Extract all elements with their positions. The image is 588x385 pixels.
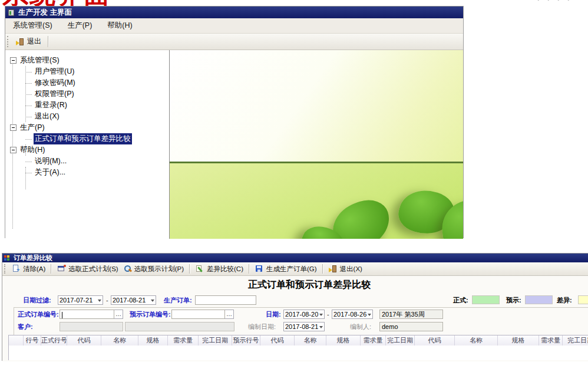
tree-node-permission-management[interactable]: 权限管理(P)	[5, 88, 169, 100]
app-form-icon	[8, 9, 15, 17]
generate-order-button[interactable]: 生成生产订单(G)	[253, 264, 319, 274]
grid-header-formal-finish-date[interactable]: 完工日期	[199, 335, 232, 345]
pick-formal-plan-button[interactable]: 选取正式计划(S)	[55, 264, 120, 274]
navigation-tree: 系统管理(S) 用户管理(U) 修改密码(M) 权限管理(P)	[5, 50, 169, 178]
grid-header-formal-qty[interactable]: 需求量	[168, 335, 199, 345]
grid-header-forecast-spec[interactable]: 规格	[326, 335, 361, 345]
diff-compare-button[interactable]: 差异比较(C)	[193, 264, 246, 274]
grid-header-diff-spec[interactable]: 规格	[498, 335, 539, 345]
grid-header-diff-code[interactable]: 代码	[415, 335, 455, 345]
menu-production[interactable]: 生产(P)	[60, 21, 100, 31]
grid-header-formal-code[interactable]: 代码	[67, 335, 101, 345]
filter-date-from-combo[interactable]: 2017-07-21	[58, 295, 103, 305]
compare-edit-icon	[196, 265, 204, 273]
collapse-minus-icon[interactable]	[10, 124, 16, 131]
formal-order-browse-button[interactable]: …	[114, 310, 123, 319]
grid-header-selector[interactable]	[9, 335, 24, 345]
chevron-down-icon	[319, 314, 323, 318]
grid-header-diff-name[interactable]: 名称	[455, 335, 498, 345]
corner-scribble-decoration	[532, 0, 586, 6]
grid-header-diff-qty[interactable]: 需求量	[539, 335, 563, 345]
collapse-minus-icon[interactable]	[10, 147, 16, 153]
tree-spine	[25, 167, 26, 189]
main-toolbar: 退出	[5, 34, 463, 50]
compare-window-content: 正式订单和预示订单差异比较 日期过滤: 2017-07-21 - 2017-08…	[2, 276, 588, 361]
formal-order-no-label: 正式订单编号:	[18, 310, 59, 319]
date-label: 日期:	[266, 310, 281, 319]
grid-header-forecast-finish-date[interactable]: 完工日期	[386, 335, 415, 345]
customer-code-input[interactable]	[60, 322, 123, 331]
main-window-title: 生产开发 主界面	[18, 8, 72, 18]
pick-formal-icon	[57, 265, 66, 273]
forecast-order-browse-button[interactable]: …	[225, 310, 234, 319]
exit-button[interactable]: 退出(X)	[326, 264, 365, 274]
order-compare-window: 订单差异比较 + 清除(A) 选取正式计划(S) 选取预示计划(P) 差异比较(…	[2, 253, 588, 361]
filter-date-to-combo[interactable]: 2017-08-21	[111, 295, 156, 305]
order-date-from-combo[interactable]: 2017-08-20	[283, 310, 325, 319]
date-range-dash: -	[327, 310, 329, 319]
legend-diff-label: 差异:	[557, 295, 572, 305]
legend-formal-swatch	[472, 295, 500, 304]
text-caret	[62, 312, 62, 318]
tree-node-relogin[interactable]: 重登录(R)	[5, 100, 169, 111]
tree-node-change-password[interactable]: 修改密码(M)	[5, 77, 169, 88]
compare-window-titlebar[interactable]: 订单差异比较	[2, 254, 588, 262]
grid-header-forecast-name[interactable]: 名称	[295, 335, 326, 345]
order-date-to-combo[interactable]: 2017-08-26	[332, 310, 373, 319]
tree-node-production[interactable]: 生产(P)	[5, 122, 169, 133]
clear-button[interactable]: + 清除(A)	[9, 264, 48, 274]
forecast-order-no-input[interactable]	[171, 310, 225, 319]
pick-forecast-plan-button[interactable]: 选取预示计划(P)	[121, 264, 186, 274]
forecast-order-no-label: 预示订单编号:	[130, 310, 171, 319]
legend-formal-label: 正式:	[453, 295, 468, 305]
tree-connector	[25, 105, 32, 106]
exit-door-icon	[329, 265, 338, 273]
grid-empty-body[interactable]	[8, 345, 588, 360]
maker-display: demo	[379, 322, 443, 331]
exit-button[interactable]: 退出	[12, 35, 45, 48]
screen: 系统界面 生产开发 主界面 系统管理(S) 生产(P) 帮助(H) 退出	[0, 0, 588, 385]
production-order-input[interactable]	[195, 295, 256, 305]
customer-name-input[interactable]	[125, 322, 234, 331]
tree-node-about[interactable]: 关于(A)...	[5, 167, 169, 178]
chevron-down-icon	[151, 300, 154, 304]
grid-header-diff-finish-date[interactable]: 完工日期	[563, 335, 588, 345]
tree-node-instructions[interactable]: 说明(M)...	[5, 156, 169, 167]
magnifier-icon	[123, 265, 132, 273]
week-display: 2017年 第35周	[379, 310, 443, 319]
toolbar-separator	[189, 264, 190, 273]
chevron-down-icon	[319, 326, 323, 330]
grid-header-forecast-qty[interactable]: 需求量	[361, 335, 386, 345]
exit-door-icon	[16, 38, 25, 46]
toolbar-grip[interactable]	[7, 36, 10, 47]
collapse-minus-icon[interactable]	[10, 57, 16, 64]
tree-connector	[25, 172, 32, 173]
toolbar-separator	[51, 264, 52, 273]
tree-node-help[interactable]: 帮助(H)	[5, 144, 169, 156]
tree-node-order-compare[interactable]: 正式订单和预示订单差异比较	[5, 133, 169, 144]
grid-header-forecast-code[interactable]: 代码	[260, 335, 295, 345]
tree-node-user-management[interactable]: 用户管理(U)	[5, 66, 169, 77]
toolbar-grip[interactable]	[4, 264, 7, 273]
tree-spine	[25, 144, 26, 156]
grid-header-forecast-rowno[interactable]: 预示行号	[232, 335, 260, 345]
background-leaf-image	[170, 50, 463, 239]
grid-header-formal-name[interactable]: 名称	[101, 335, 138, 345]
save-disk-icon	[255, 265, 264, 273]
customer-label: 客户:	[18, 322, 33, 331]
grid-header-formal-spec[interactable]: 规格	[138, 335, 168, 345]
leaf-image-sky	[170, 50, 463, 162]
grid-header-formal-rowno[interactable]: 正式行号	[41, 335, 67, 345]
main-window-titlebar[interactable]: 生产开发 主界面	[5, 6, 463, 18]
grid-header-row: 行号 正式行号 代码 名称 规格 需求量 完工日期 预示行号 代码 名称 规格 …	[8, 335, 588, 346]
formal-order-no-input[interactable]	[60, 310, 114, 319]
main-menubar: 系统管理(S) 生产(P) 帮助(H)	[5, 18, 463, 34]
make-date-combo[interactable]: 2017-08-21	[283, 322, 325, 331]
tree-node-system-management[interactable]: 系统管理(S)	[5, 55, 169, 66]
menu-system-management[interactable]: 系统管理(S)	[5, 21, 60, 31]
chevron-down-icon	[98, 300, 101, 304]
menu-help[interactable]: 帮助(H)	[100, 21, 140, 31]
tree-connector	[25, 139, 32, 140]
tree-node-exit[interactable]: 退出(X)	[5, 111, 169, 122]
grid-header-rowno[interactable]: 行号	[24, 335, 41, 345]
